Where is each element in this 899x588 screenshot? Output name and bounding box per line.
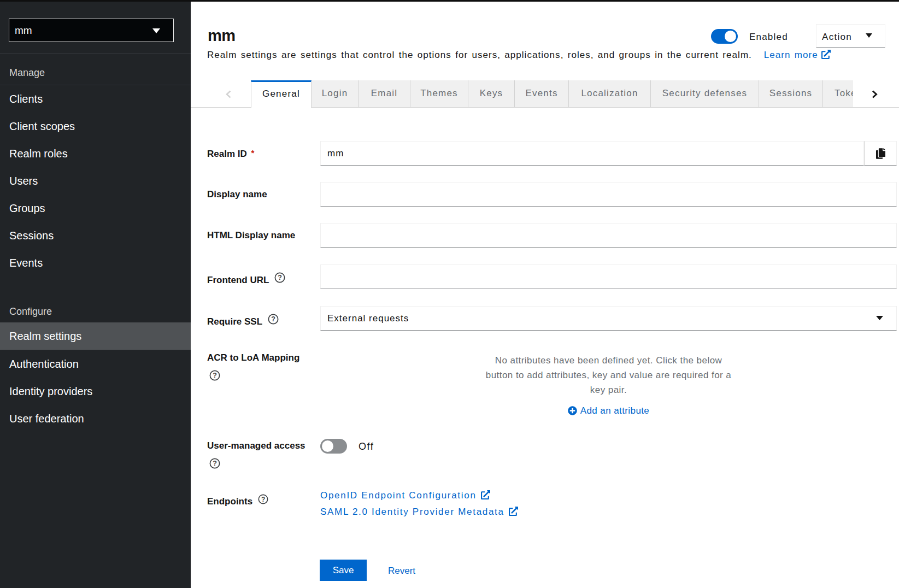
svg-text:?: ?	[271, 315, 275, 323]
svg-text:?: ?	[213, 460, 217, 467]
svg-text:?: ?	[278, 274, 282, 281]
svg-text:?: ?	[213, 372, 217, 379]
svg-text:?: ?	[261, 496, 265, 503]
